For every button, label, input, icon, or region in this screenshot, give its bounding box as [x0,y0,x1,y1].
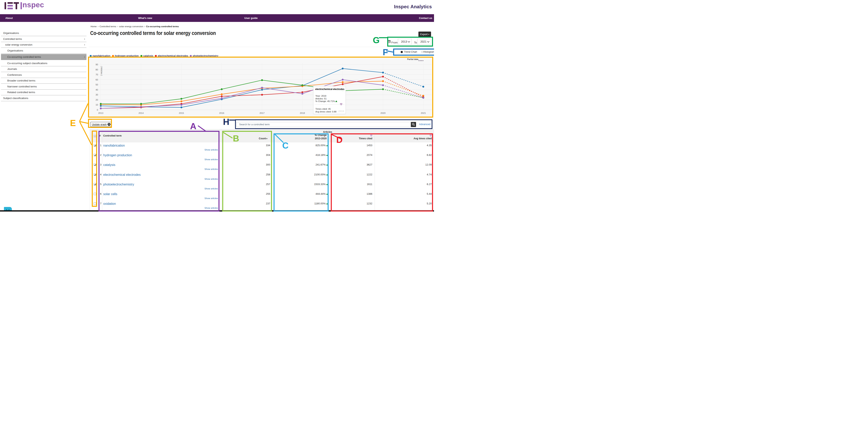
radio-label[interactable]: Trend Chart [404,51,417,53]
caret-down-icon: ▾ [428,33,429,35]
legend-item-electrochemical-electrodes[interactable]: electrochemical electrodes [155,55,188,57]
times-cited-value: 1232 [330,202,372,205]
sidebar-item-solar-energy-conversion[interactable]: solar energy conversion› [1,42,87,48]
chevron-down-icon [408,40,410,42]
update-graph-button[interactable]: Update graph 5 [90,122,112,127]
show-articles-link[interactable]: Show articles [102,149,218,151]
sidebar-item-conferences[interactable]: Conferences [1,72,87,78]
show-articles-link[interactable]: Show articles [102,178,218,180]
term-link[interactable]: catalysis [103,163,115,167]
row-checkbox[interactable] [94,154,96,156]
search-button[interactable] [411,122,416,127]
breadcrumb-item[interactable]: Home [91,25,97,28]
chevron-right-icon: › [84,54,85,60]
sidebar-item-label: Organisations [7,48,23,54]
breadcrumb-separator: > [117,25,118,28]
chat-dot [6,209,7,210]
sidebar-item-co-occurring-controlled-terms[interactable]: Co-occurring controlled terms› [1,54,87,60]
term-link[interactable]: photoelectrochemistry [103,183,134,186]
from-year-select[interactable]: 2013 [398,39,412,44]
chevron-down-icon [427,40,429,42]
row-rank: 7 [97,202,101,205]
to-year-select[interactable]: 2021 [417,39,431,44]
avg-cited-value: 5.44 [375,192,432,195]
annotation-letter-h: H [223,118,229,126]
export-button[interactable]: Export ▾ [418,32,431,37]
svg-text:30: 30 [95,94,98,96]
increase-arrow-icon [326,193,328,195]
sidebar-item-controlled-terms[interactable]: Controlled terms› [1,36,87,42]
term-link[interactable]: oxidation [103,202,116,205]
sidebar-item-related-controlled-terms[interactable]: Related controlled terms [1,89,87,95]
indeterminate-dash-icon [94,136,95,136]
svg-text:40: 40 [95,89,98,91]
show-articles-link[interactable]: Show articles [102,207,218,209]
sidebar-item-organisations[interactable]: Organisations [1,48,87,54]
change-column-header: % Change [273,134,327,136]
sidebar-item-narrower-controlled-terms[interactable]: Narrower controlled terms [1,84,87,90]
term-link[interactable]: solar cells [103,192,117,196]
sidebar-item-co-occurring-subject-classifications[interactable]: Co-occurring subject classifications [1,60,87,66]
sidebar-item-label: Narrower controlled terms [7,84,37,89]
divider [89,118,434,119]
change-column-header-range: 2013-2020 [273,137,327,140]
breadcrumb-item[interactable]: Controlled terms [99,25,116,28]
advanced-search-link[interactable]: Advanced [419,123,430,126]
search-input[interactable] [237,122,411,127]
logo-text: nspec [23,1,44,9]
partial-data-dash-icon [418,58,423,62]
select-all-checkbox[interactable] [94,135,96,137]
nav-item-contact-us[interactable]: Contact us [419,17,432,20]
logo-bar [7,2,13,4]
sidebar-item-subject-classifications[interactable]: Subject classifications [1,95,87,101]
radio-histogram[interactable] [421,51,423,53]
count-column-header[interactable]: Count▾ [221,137,268,140]
show-articles-link[interactable]: Show articles [102,188,218,190]
increase-arrow-icon [335,100,337,102]
svg-text:0: 0 [97,109,98,111]
show-articles-link[interactable]: Show articles [102,158,218,161]
sidebar-item-organisations[interactable]: Organisations [1,30,87,36]
trend-chart[interactable]: 0102030405060708090201320142015201620172… [89,58,432,117]
svg-text:2014: 2014 [138,112,144,114]
legend-item-photoelectrochemistry[interactable]: photoelectrochemistry [190,55,218,57]
legend-label: nanofabrication [93,55,110,57]
svg-text:70: 70 [95,73,98,76]
to-label: To [414,41,417,44]
legend-label: catalysis [143,55,153,57]
legend-item-hydrogen-production[interactable]: hydrogen production [112,55,139,57]
change-text: 418.18% [316,154,326,157]
row-checkbox[interactable] [94,144,96,147]
bottom-bar [0,210,434,212]
nav-item-what-s-new[interactable]: What's new [138,17,152,20]
svg-text:2013: 2013 [98,112,103,114]
row-rank: 3 [97,163,101,166]
sidebar-item-label: Organisations [3,30,19,36]
show-articles-link[interactable]: Show articles [102,197,218,199]
radio-trend-chart[interactable] [401,51,403,53]
legend-item-catalysis[interactable]: catalysis [141,55,153,57]
radio-label[interactable]: Histogram [423,51,434,53]
breadcrumb-item[interactable]: solar energy conversion [119,25,143,28]
term-link[interactable]: nanofabrication [103,144,125,148]
term-link[interactable]: electrochemical electrodes [103,173,141,176]
nav-item-about[interactable]: About [5,17,13,20]
term-link[interactable]: hydrogen production [103,154,132,157]
svg-text:20: 20 [95,99,98,101]
nav-item-user-guide[interactable]: User guide [244,17,257,20]
sidebar-item-journals[interactable]: Journals [1,66,87,72]
tooltip-year: Year: 2019 [315,95,344,97]
row-checkbox[interactable] [94,164,96,166]
app-title: Inspec Analytics [394,4,432,9]
row-checkbox[interactable] [94,173,96,176]
legend-swatch [112,55,114,57]
show-articles-link[interactable]: Show articles [102,168,218,170]
sidebar-item-broader-controlled-terms[interactable]: Broader controlled terms [1,78,87,84]
annotation-letter-e: E [70,119,76,127]
row-checkbox[interactable] [94,183,96,186]
row-checkbox[interactable] [94,202,96,205]
row-checkbox[interactable] [94,193,96,195]
change-text: 825.00% [316,144,326,147]
legend-item-nanofabrication[interactable]: nanofabrication [90,55,110,57]
change-value: 825.00% [273,144,328,147]
